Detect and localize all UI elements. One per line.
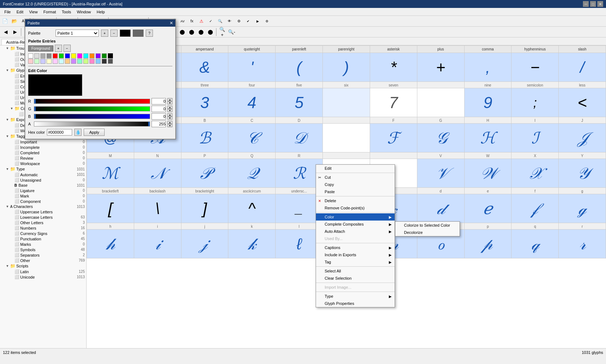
sidebar-item-automatic[interactable]: ⬜ Automatic 1031 bbox=[0, 172, 86, 177]
swatch-purple[interactable] bbox=[96, 53, 101, 58]
swatch-lavender[interactable] bbox=[71, 59, 76, 64]
glyph-cell-q[interactable]: 𝓆 bbox=[511, 230, 559, 258]
ctx-complete-composites[interactable]: Complete Composites ▶ bbox=[316, 221, 395, 228]
glyph-cell-hyphen[interactable]: − bbox=[511, 53, 559, 82]
swatch-lgreen[interactable] bbox=[34, 59, 39, 64]
ctx-select-all[interactable]: Select All bbox=[316, 267, 395, 275]
glyph-cell-W[interactable]: 𝒲 bbox=[464, 159, 511, 188]
add-entry-btn[interactable]: + bbox=[55, 45, 62, 52]
ctx-copy[interactable]: Copy bbox=[316, 181, 395, 188]
swatch-dgreen[interactable] bbox=[102, 53, 107, 58]
a-up[interactable]: ▲ bbox=[167, 121, 172, 124]
tb-new[interactable]: 📄 bbox=[1, 17, 9, 26]
glyph-cell-comma[interactable]: , bbox=[464, 53, 511, 82]
glyph-cell-parenleft[interactable]: ( bbox=[276, 53, 323, 82]
swatch-gray[interactable] bbox=[47, 53, 52, 58]
glyph-cell-D[interactable]: 𝒟 bbox=[276, 124, 323, 152]
tb-more[interactable]: ▶ bbox=[253, 17, 262, 26]
glyph-cell-Y[interactable]: 𝒴 bbox=[559, 159, 606, 188]
swatch-sky[interactable] bbox=[96, 59, 101, 64]
r-up[interactable]: ▲ bbox=[167, 98, 172, 101]
tb-validate[interactable]: ✔ bbox=[244, 17, 252, 26]
ctx-auto-attach[interactable]: Auto Attach ▶ bbox=[316, 228, 395, 235]
restore-btn[interactable]: □ bbox=[590, 1, 596, 7]
glyph-cell-5[interactable]: 5 bbox=[276, 88, 323, 117]
swatch-magenta[interactable] bbox=[77, 53, 82, 58]
glyph-cell-plus[interactable]: + bbox=[417, 53, 464, 82]
glyph-cell-slash[interactable]: / bbox=[559, 53, 606, 82]
glyph-cell-h[interactable]: 𝒽 bbox=[87, 230, 134, 258]
sidebar-item-separators[interactable]: ⬜ Separators 2 bbox=[0, 252, 86, 258]
glyph-cell-bracketright[interactable]: ] bbox=[181, 194, 228, 223]
ctx-tag[interactable]: Tag ▶ bbox=[316, 258, 395, 266]
sidebar-item-punctuation[interactable]: ⬜ Punctuation 45 bbox=[0, 236, 86, 241]
sidebar-item-marks[interactable]: ⬜ Marks 0 bbox=[0, 241, 86, 247]
tb-settings[interactable]: ⚙ bbox=[234, 17, 243, 26]
glyph-cell-f[interactable]: 𝒻 bbox=[511, 194, 559, 223]
eyedropper-btn[interactable]: 💧 bbox=[74, 129, 82, 136]
tb-settings2[interactable]: ⚙ bbox=[263, 17, 271, 26]
ctx-remove-codepoint[interactable]: Remove Code-point(s) bbox=[316, 204, 395, 212]
ctx-clear-selection[interactable]: Clear Selection bbox=[316, 275, 395, 282]
sidebar-item-workspace[interactable]: ⬜ Workspace 0 bbox=[0, 161, 86, 166]
sidebar-item-unassigned[interactable]: ⬜ Unassigned 0 bbox=[0, 177, 86, 183]
glyph-cell-N[interactable]: 𝒩 bbox=[134, 159, 181, 188]
glyph-cell-V[interactable]: 𝒱 bbox=[417, 159, 464, 188]
swatch-mdgray[interactable] bbox=[108, 59, 113, 64]
r-input[interactable] bbox=[152, 98, 166, 105]
ctx-type[interactable]: Type ▶ bbox=[316, 293, 395, 300]
swatch-pink[interactable] bbox=[28, 59, 33, 64]
ctx-paste[interactable]: Paste bbox=[316, 188, 395, 195]
sidebar-item-important[interactable]: ⬜ Important 0 bbox=[0, 139, 86, 145]
menu-file[interactable]: File bbox=[1, 9, 14, 15]
ctx-color[interactable]: Color ▶ bbox=[316, 213, 395, 221]
tb2-dist3[interactable]: ⬤ bbox=[206, 28, 215, 36]
glyph-cell-4[interactable]: 4 bbox=[228, 88, 276, 117]
menu-help[interactable]: Help bbox=[94, 9, 108, 15]
sidebar-item-completed[interactable]: ⬜ Completed 0 bbox=[0, 150, 86, 155]
tb-warn[interactable]: ⚠ bbox=[197, 17, 206, 26]
sidebar-item-base[interactable]: B Base 1031 bbox=[0, 183, 86, 188]
glyph-cell-G[interactable]: 𝒢 bbox=[417, 124, 464, 152]
glyph-cell-I[interactable]: ℐ bbox=[511, 124, 559, 152]
glyph-cell-r[interactable]: 𝓇 bbox=[559, 230, 606, 258]
glyph-cell-less[interactable]: < bbox=[559, 88, 606, 117]
tb2-dist2[interactable]: ⬤ bbox=[197, 28, 205, 36]
glyph-cell-backslash[interactable]: \ bbox=[134, 194, 181, 223]
ctx-delete[interactable]: ✕ Delete bbox=[316, 197, 395, 204]
g-input[interactable] bbox=[152, 106, 166, 112]
glyph-cell-P[interactable]: 𝒫 bbox=[181, 159, 228, 188]
sidebar-item-scripts[interactable]: ▼ 📁 Scripts bbox=[0, 263, 86, 269]
sidebar-item-otherletters[interactable]: ⬜ Other Letters 3 bbox=[0, 220, 86, 225]
sidebar-item-other[interactable]: ⬜ Other 769 bbox=[0, 258, 86, 263]
glyph-cell-empty2[interactable] bbox=[417, 88, 464, 117]
glyph-cell-asterisk[interactable]: * bbox=[370, 53, 417, 82]
tb2-forward[interactable]: ▶ bbox=[11, 28, 19, 36]
tb2-dist-v[interactable]: ⬤ bbox=[187, 28, 196, 36]
glyph-cell-i[interactable]: 𝒾 bbox=[134, 230, 181, 258]
glyph-cell-B[interactable]: ℬ bbox=[181, 124, 228, 152]
a-input[interactable] bbox=[152, 121, 166, 127]
glyph-cell-p[interactable]: 𝓅 bbox=[464, 230, 511, 258]
tb-mark[interactable]: ✓ bbox=[206, 17, 215, 26]
glyph-cell-g[interactable]: ℊ bbox=[559, 194, 606, 223]
sidebar-item-review[interactable]: ⬜ Review 0 bbox=[0, 155, 86, 161]
glyph-cell-bracketleft[interactable]: [ bbox=[87, 194, 134, 223]
glyph-cell-quoteright[interactable]: ' bbox=[228, 53, 276, 82]
sidebar-item-ligature[interactable]: ⬜ Ligature 0 bbox=[0, 188, 86, 193]
sidebar-item-unicode[interactable]: ⬜ Unicode 1013 bbox=[0, 274, 86, 280]
menu-view[interactable]: View bbox=[26, 9, 41, 15]
glyph-cell-J[interactable]: 𝒥 bbox=[559, 124, 606, 152]
swatch-rose[interactable] bbox=[89, 59, 95, 64]
sidebar-item-incomplete2[interactable]: ⬜ Incomplete 0 bbox=[0, 145, 86, 150]
glyph-cell-ampersand[interactable]: & bbox=[181, 53, 228, 82]
glyph-cell-H[interactable]: ℋ bbox=[464, 124, 511, 152]
menu-edit[interactable]: Edit bbox=[14, 9, 26, 15]
palette-close-btn[interactable]: ✕ bbox=[170, 21, 173, 26]
sidebar-item-latin[interactable]: ⬜ Latin 125 bbox=[0, 269, 86, 274]
swatch-red[interactable] bbox=[53, 53, 58, 58]
glyph-cell-parenright[interactable]: ) bbox=[323, 53, 370, 82]
glyph-cell-X[interactable]: 𝒳 bbox=[511, 159, 559, 188]
menu-tools[interactable]: Tools bbox=[59, 9, 74, 15]
b-down[interactable]: ▼ bbox=[167, 116, 172, 120]
